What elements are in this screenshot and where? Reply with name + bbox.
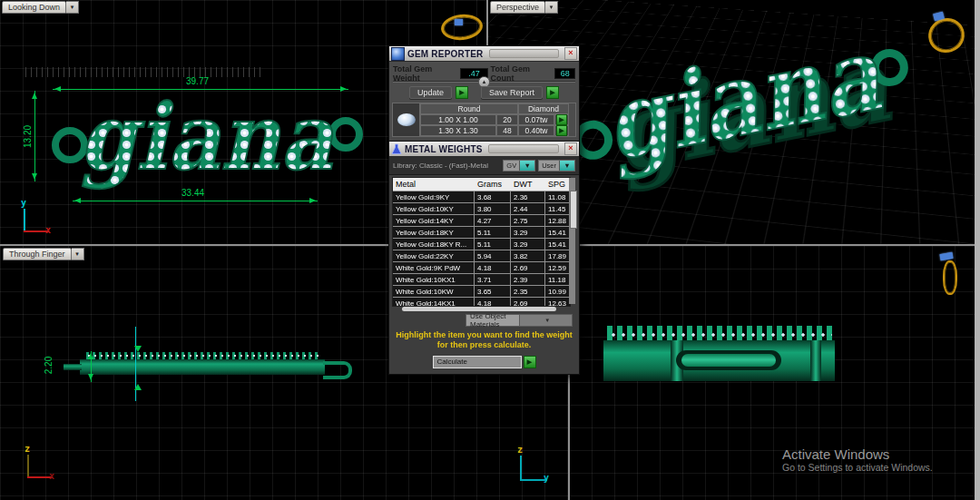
metal-cell-spg[interactable]: 15.41 xyxy=(545,239,571,250)
metal-cell-spg[interactable]: 17.89 xyxy=(545,250,571,262)
materials-dropdown[interactable]: Use Object Materials ▼ xyxy=(466,314,573,327)
viewport-tab-perspective[interactable]: Perspective ▾ xyxy=(490,1,558,14)
metal-cell-dwt[interactable]: 2.69 xyxy=(511,298,545,307)
calculate-play-icon[interactable]: ▶ xyxy=(524,356,536,368)
dimension-top-label: 39.77 xyxy=(186,76,209,86)
pendant-side-gems xyxy=(86,353,320,358)
metal-cell-dwt[interactable]: 2.69 xyxy=(511,262,545,274)
metal-cell-dwt[interactable]: 2.35 xyxy=(511,286,545,298)
ring-gem xyxy=(455,19,463,25)
metal-cell-dwt[interactable]: 2.36 xyxy=(511,191,545,203)
close-icon[interactable]: × xyxy=(564,142,577,155)
metal-cell-dwt[interactable]: 2.44 xyxy=(511,203,545,215)
gem-row-action[interactable]: ▶ xyxy=(554,125,569,136)
update-button[interactable]: Update xyxy=(409,86,452,99)
metal-cell-spg[interactable]: 11.18 xyxy=(545,274,571,286)
user-combo[interactable]: User ▼ xyxy=(538,160,575,172)
horizontal-scrollbar[interactable] xyxy=(402,307,556,311)
metal-cell-grams[interactable]: 5.11 xyxy=(475,239,511,250)
metal-cell-dwt[interactable]: 3.29 xyxy=(511,227,545,239)
save-report-play-icon[interactable]: ▶ xyxy=(546,86,559,99)
gem-row-count[interactable]: 20 xyxy=(496,114,518,125)
detail-slot-highlight xyxy=(681,354,776,367)
viewport-tab-looking-down[interactable]: Looking Down ▾ xyxy=(2,1,79,14)
metal-cell-grams[interactable]: 4.27 xyxy=(475,215,511,227)
calculate-button[interactable]: Calculate xyxy=(433,356,522,368)
application-window: giana 39.77 13.20 33.44 y x Looking Down… xyxy=(0,0,980,500)
gem-row-action[interactable]: ▶ xyxy=(554,114,569,125)
metal-cell-grams[interactable]: 3.71 xyxy=(475,274,511,286)
viewport-tab-dropdown-icon[interactable]: ▾ xyxy=(66,1,79,14)
metal-cell-dwt[interactable]: 2.39 xyxy=(511,274,545,286)
metal-cell-grams[interactable]: 3.80 xyxy=(475,203,511,215)
gem-row-size[interactable]: 1.30 X 1.30 xyxy=(420,125,496,136)
total-gem-weight-label: Total Gem Weight xyxy=(393,64,457,83)
col-header-grams[interactable]: Grams xyxy=(475,178,511,191)
instruction-text: Highlight the item you want to find the … xyxy=(389,330,579,349)
detail-gems xyxy=(609,331,832,339)
metal-cell-name[interactable]: Yellow Gold:18KY xyxy=(393,227,475,239)
gv-combo[interactable]: GV ▼ xyxy=(503,160,535,172)
metal-cell-spg[interactable]: 10.99 xyxy=(545,286,571,298)
metal-cell-name[interactable]: Yellow Gold:9KY xyxy=(393,191,475,203)
dropdown-arrow-icon[interactable]: ▼ xyxy=(519,315,573,326)
metal-cell-spg[interactable]: 11.45 xyxy=(545,203,571,215)
gem-row-size[interactable]: 1.00 X 1.00 xyxy=(420,114,496,125)
metal-cell-grams[interactable]: 3.65 xyxy=(475,286,511,298)
titlebar-handle[interactable] xyxy=(488,144,559,153)
metal-cell-dwt[interactable]: 3.29 xyxy=(511,239,545,250)
ring-top-view[interactable] xyxy=(440,13,485,43)
pendant-side-bar[interactable] xyxy=(80,359,325,375)
metal-cell-spg[interactable]: 12.63 xyxy=(545,298,571,307)
user-dropdown-icon[interactable]: ▼ xyxy=(559,161,574,171)
pendant-side-hook xyxy=(323,361,352,379)
metal-table[interactable]: Metal Grams DWT SPG Yellow Gold:9KY 3.68… xyxy=(392,177,571,307)
col-header-dwt[interactable]: DWT xyxy=(511,178,545,191)
ring-side-view[interactable] xyxy=(943,260,957,295)
scrollbar-thumb[interactable] xyxy=(570,191,577,229)
metal-cell-spg[interactable]: 12.59 xyxy=(545,262,571,274)
gv-dropdown-icon[interactable]: ▼ xyxy=(519,161,534,171)
metal-cell-name[interactable]: White Gold:9K PdW xyxy=(393,262,475,274)
metal-cell-grams[interactable]: 4.18 xyxy=(475,262,511,274)
metal-cell-grams[interactable]: 5.94 xyxy=(475,250,511,262)
metal-cell-spg[interactable]: 15.41 xyxy=(545,227,571,239)
vertical-scrollbar[interactable] xyxy=(569,178,575,304)
metal-weights-titlebar[interactable]: METAL WEIGHTS × xyxy=(389,142,579,157)
gem-row-play-icon: ▶ xyxy=(556,125,567,136)
metal-cell-name[interactable]: White Gold:10KX1 xyxy=(393,274,475,286)
gem-reporter-titlebar[interactable]: GEM REPORTER × xyxy=(389,46,579,62)
metal-cell-name[interactable]: Yellow Gold:10KY xyxy=(393,203,475,215)
viewport-tab-through-finger[interactable]: Through Finger ▾ xyxy=(3,248,84,260)
metal-cell-name[interactable]: White Gold:14KX1 xyxy=(393,298,475,307)
metal-cell-dwt[interactable]: 3.82 xyxy=(511,250,545,262)
metal-weights-panel: METAL WEIGHTS × Library: Classic - (Fast… xyxy=(388,141,580,375)
metal-cell-dwt[interactable]: 2.75 xyxy=(511,215,545,227)
gem-row-weight[interactable]: 0.40tw xyxy=(518,125,554,136)
metal-cell-spg[interactable]: 11.08 xyxy=(545,191,571,203)
metal-cell-name[interactable]: White Gold:10KW xyxy=(393,286,475,298)
titlebar-handle[interactable] xyxy=(489,49,559,58)
metal-cell-name[interactable]: Yellow Gold:18KY R... xyxy=(393,239,475,250)
update-play-icon[interactable]: ▶ xyxy=(456,86,468,99)
metal-cell-spg[interactable]: 12.88 xyxy=(545,215,571,227)
metal-cell-name[interactable]: Yellow Gold:22KY xyxy=(393,250,475,262)
metal-cell-grams[interactable]: 3.68 xyxy=(475,191,511,203)
metal-cell-name[interactable]: Yellow Gold:14KY xyxy=(393,215,475,227)
metal-cell-grams[interactable]: 5.11 xyxy=(475,227,511,239)
axis-icon-xy: y x xyxy=(16,201,53,236)
col-header-metal[interactable]: Metal xyxy=(393,178,475,191)
dimension-thickness-label: 2.20 xyxy=(44,357,54,374)
bail-loop-right xyxy=(332,121,359,148)
close-icon[interactable]: × xyxy=(564,47,577,60)
gem-row-weight[interactable]: 0.07tw xyxy=(518,114,554,125)
metal-cell-grams[interactable]: 4.18 xyxy=(475,298,511,307)
save-report-button[interactable]: Save Report xyxy=(481,86,543,99)
gem-row-count[interactable]: 48 xyxy=(496,125,518,136)
viewport-tab-dropdown-icon[interactable]: ▾ xyxy=(545,1,558,14)
viewport-tab-dropdown-icon[interactable]: ▾ xyxy=(72,248,84,260)
col-header-spg[interactable]: SPG xyxy=(545,178,571,191)
axis-icon-xz: z x xyxy=(20,447,56,482)
pendant-top-view[interactable]: giana xyxy=(50,80,363,211)
gem-shape-header: Round xyxy=(420,103,518,114)
